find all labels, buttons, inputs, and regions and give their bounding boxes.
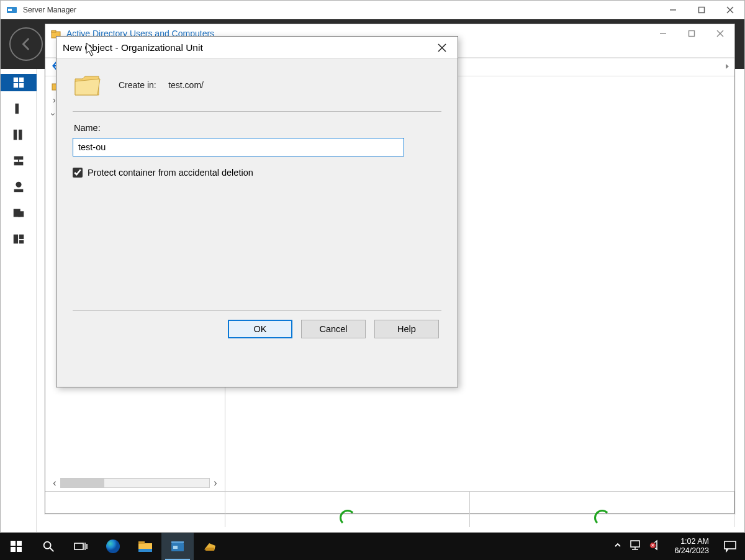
svg-rect-6 [13,78,17,82]
dialog-titlebar[interactable]: New Object - Organizational Unit [56,37,458,59]
sidebar-item-7[interactable] [8,230,29,248]
aduc-close-button[interactable] [706,24,734,43]
sidebar-dns[interactable] [8,178,29,196]
svg-rect-17 [14,189,23,192]
taskbar-app[interactable] [194,533,226,560]
svg-rect-52 [725,541,736,549]
protect-checkbox-row[interactable]: Protect container from accidental deleti… [73,168,441,178]
server-manager-icon [6,4,18,16]
sidebar-local-server[interactable] [8,100,29,117]
scroll-thumb[interactable] [61,479,104,487]
sidebar-file-services[interactable] [8,204,29,222]
svg-rect-11 [13,130,17,140]
scroll-right-icon[interactable]: › [210,477,221,489]
taskbar-right: ✕ 1:02 AM 6/24/2023 [607,533,745,560]
server-manager-title: Server Manager [23,6,659,14]
dialog-divider [73,111,441,112]
svg-rect-3 [699,7,705,13]
tray-volume-icon[interactable]: ✕ [649,540,662,553]
app-icon [202,540,218,553]
back-button[interactable] [9,27,43,61]
server-manager-icon [169,540,186,553]
aduc-status-strip [45,491,734,527]
taskbar-clock[interactable]: 1:02 AM 6/24/2023 [668,537,715,556]
svg-rect-24 [52,30,56,32]
svg-line-37 [50,548,54,552]
svg-rect-13 [14,156,23,160]
name-input[interactable] [73,138,404,156]
action-center-button[interactable] [715,533,745,560]
create-in-path: test.com/ [168,80,204,90]
clock-time: 1:02 AM [674,537,709,546]
svg-rect-1 [8,9,12,11]
sidebar-all-servers[interactable] [8,126,29,143]
close-icon [437,43,447,53]
svg-rect-33 [17,541,22,546]
protect-checkbox[interactable] [73,168,83,178]
name-label: Name: [74,123,441,133]
minimize-button[interactable] [659,1,687,19]
sidebar-dashboard[interactable] [1,74,37,91]
server-manager-titlebar: Server Manager [1,1,744,19]
svg-rect-46 [173,546,178,549]
dialog-close-button[interactable] [433,38,451,57]
task-view-button[interactable] [65,533,97,560]
taskbar-file-explorer[interactable] [129,533,161,560]
server-manager-window-controls [659,1,744,19]
tray-chevron-up-icon[interactable] [613,541,622,552]
aduc-minimize-button[interactable] [649,24,677,43]
create-in-label: Create in: [119,80,156,90]
status-cell-3 [470,492,734,527]
clock-date: 6/24/2023 [674,546,709,556]
dialog-footer-divider [73,310,441,311]
system-tray[interactable]: ✕ [607,540,668,553]
svg-rect-48 [205,548,214,551]
maximize-button[interactable] [687,1,716,19]
search-button[interactable] [32,533,65,560]
aduc-window-controls [649,24,734,43]
svg-rect-44 [138,549,152,552]
dialog-body: Create in: test.com/ Name: Protect conta… [56,59,458,346]
svg-point-41 [106,540,120,553]
cancel-button[interactable]: Cancel [301,320,366,338]
dialog-button-row: OK Cancel Help [73,320,441,338]
svg-rect-19 [18,211,24,217]
task-view-icon [73,540,88,553]
status-cell-2 [225,492,470,527]
svg-rect-7 [19,78,23,82]
start-button[interactable] [0,533,32,560]
svg-rect-8 [13,83,17,88]
dialog-title: New Object - Organizational Unit [63,42,433,53]
svg-rect-20 [13,235,17,244]
sidebar-ad-ds[interactable] [8,152,29,169]
notification-icon [723,540,737,553]
svg-rect-34 [11,547,16,552]
toolbar-overflow-icon[interactable] [723,62,732,73]
svg-rect-21 [19,235,23,239]
windows-icon [10,540,22,553]
help-button[interactable]: Help [374,320,439,338]
ok-button[interactable]: OK [228,320,292,338]
tray-network-icon[interactable] [630,540,642,553]
svg-point-36 [44,542,51,549]
taskbar-server-manager[interactable] [161,533,194,560]
svg-rect-32 [11,541,16,546]
search-icon [42,540,55,553]
aduc-maximize-button[interactable] [677,24,706,43]
spinner-icon [594,510,610,526]
new-ou-dialog: New Object - Organizational Unit Create … [56,36,458,387]
spinner-icon [340,510,356,526]
edge-icon [105,538,121,554]
svg-rect-47 [171,541,184,543]
protect-checkbox-label: Protect container from accidental deleti… [88,168,253,178]
status-cell-1 [45,492,225,527]
tree-horizontal-scrollbar[interactable]: ‹ › [49,477,221,489]
svg-rect-35 [17,547,22,552]
folder-icon [137,540,153,553]
close-button[interactable] [716,1,744,19]
taskbar-edge[interactable] [97,533,129,560]
svg-rect-26 [689,30,695,36]
svg-rect-9 [19,83,23,88]
scroll-left-icon[interactable]: ‹ [49,477,60,489]
scroll-track[interactable] [60,478,210,488]
